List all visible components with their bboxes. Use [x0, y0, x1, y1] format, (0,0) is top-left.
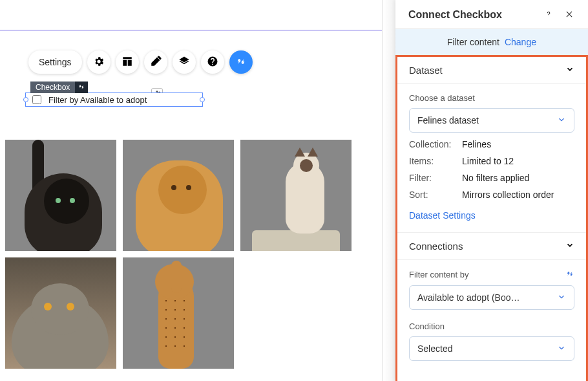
dataset-collection-row: Collection: Felines [409, 139, 574, 149]
dataset-select-value: Felines dataset [417, 115, 479, 125]
layers-icon [178, 56, 190, 69]
items-value: Limited to 12 [462, 156, 514, 166]
banner-change-link[interactable]: Change [505, 37, 536, 47]
dataset-settings-link[interactable]: Dataset Settings [409, 210, 574, 221]
close-icon [565, 10, 574, 21]
help-button[interactable] [201, 50, 224, 74]
layers-button[interactable] [173, 50, 196, 74]
resize-handle-left[interactable] [23, 97, 28, 102]
help-icon [544, 10, 553, 21]
items-key: Items: [409, 156, 462, 166]
dataset-section-body: Choose a dataset Felines dataset Collect… [397, 84, 586, 233]
filter-key: Filter: [409, 173, 462, 183]
connections-section-header[interactable]: Connections [397, 233, 586, 260]
banner-text: Filter content [447, 37, 499, 47]
condition-select[interactable]: Selected [409, 336, 574, 361]
filter-checkbox-label: Filter by Available to adopt [48, 95, 147, 105]
collection-value: Felines [462, 139, 491, 149]
sort-key: Sort: [409, 190, 462, 200]
layout-button[interactable] [116, 50, 139, 74]
chevron-down-icon [565, 241, 574, 252]
filter-by-value: Available to adopt (Boo… [417, 292, 520, 303]
chevron-down-icon [557, 115, 566, 126]
dataset-sort-row: Sort: Mirrors collection order [409, 190, 574, 200]
filter-by-label-text: Filter content by [409, 270, 469, 279]
gallery-item[interactable] [5, 257, 116, 369]
panel-help-button[interactable] [543, 9, 554, 21]
filter-value: No filters applied [462, 173, 529, 183]
filter-checkbox[interactable] [32, 95, 41, 104]
canvas-top-bar [0, 0, 382, 31]
help-icon [207, 56, 218, 69]
checkbox-element[interactable]: Filter by Available to adopt [25, 93, 203, 107]
gear-icon [93, 56, 105, 69]
dataset-section-header[interactable]: Dataset [397, 57, 586, 84]
connections-section-body: Filter content by Available to adopt (Bo… [397, 260, 586, 373]
highlighted-sections: Dataset Choose a dataset Felines dataset… [395, 55, 588, 381]
chevron-down-icon [557, 343, 566, 354]
chevron-down-icon [557, 292, 566, 303]
binding-icon [565, 269, 574, 280]
brush-icon [150, 56, 162, 69]
element-toolbar: Settings [28, 50, 253, 74]
dataset-filter-row: Filter: No filters applied [409, 173, 574, 183]
element-tag: Checkbox [30, 82, 88, 93]
chevron-down-icon [565, 65, 574, 76]
dataset-section-title: Dataset [409, 65, 443, 76]
condition-value: Selected [417, 343, 452, 354]
connect-icon [235, 56, 247, 69]
choose-dataset-label: Choose a dataset [409, 93, 574, 103]
mode-banner: Filter content Change [395, 28, 588, 55]
connect-panel: Connect Checkbox Filter content Change D… [395, 0, 588, 381]
binding-icon [78, 82, 85, 93]
filter-by-select[interactable]: Available to adopt (Boo… [409, 285, 574, 310]
panel-close-button[interactable] [563, 9, 575, 21]
panel-shadow [384, 0, 395, 381]
panel-title: Connect Checkbox [408, 9, 534, 21]
collection-key: Collection: [409, 139, 462, 149]
dataset-items-row: Items: Limited to 12 [409, 156, 574, 166]
element-type-label: Checkbox [30, 82, 75, 93]
settings-button[interactable]: Settings [28, 50, 82, 74]
design-button[interactable] [144, 50, 167, 74]
connect-data-button[interactable] [229, 50, 253, 74]
filter-by-label: Filter content by [409, 269, 574, 280]
condition-label: Condition [409, 321, 574, 331]
sort-value: Mirrors collection order [462, 190, 554, 200]
gallery-item[interactable] [123, 140, 234, 251]
gallery-item[interactable] [5, 140, 116, 251]
checkbox-element-selection[interactable]: Filter by Available to adopt [25, 93, 203, 107]
resize-handle-right[interactable] [200, 97, 205, 102]
gallery-item[interactable] [240, 140, 352, 251]
image-gallery [5, 140, 352, 369]
dataset-select[interactable]: Felines dataset [409, 108, 574, 133]
gallery-item[interactable] [123, 257, 234, 369]
layout-icon [121, 56, 133, 69]
editor-canvas: Settings [0, 0, 383, 381]
gear-button[interactable] [87, 50, 110, 74]
settings-label: Settings [39, 57, 72, 67]
connections-section-title: Connections [409, 241, 463, 252]
element-binding-badge[interactable] [75, 82, 88, 93]
panel-header: Connect Checkbox [395, 0, 588, 28]
